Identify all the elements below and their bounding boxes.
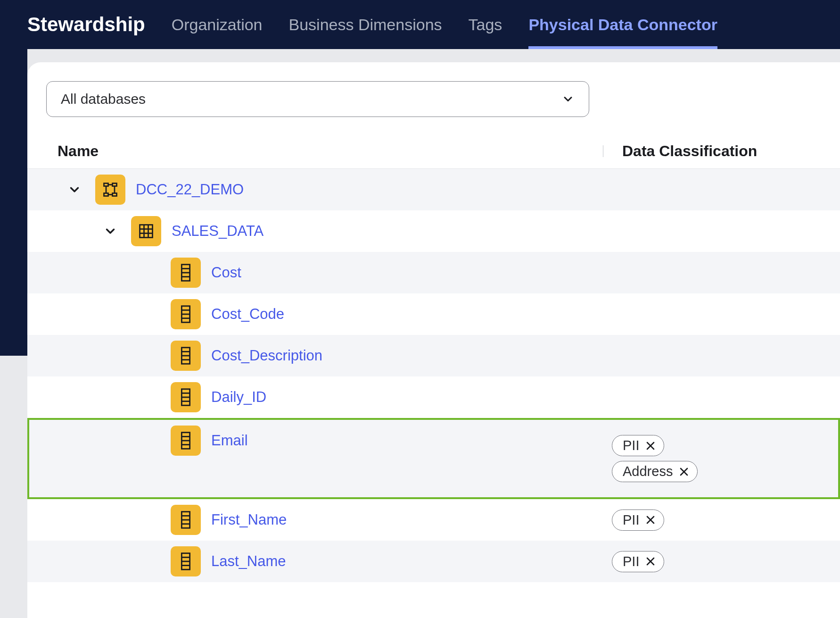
classification-tag: Address [612, 461, 698, 482]
database-filter-wrap: All databases [46, 81, 589, 117]
table-icon [131, 216, 161, 246]
column-icon [171, 426, 201, 456]
grid-header: Name Data Classification [27, 134, 840, 169]
page-title: Stewardship [27, 13, 145, 36]
svg-rect-3 [113, 193, 117, 196]
classification-tag-label: PII [623, 438, 639, 453]
classification-tag-label: PII [623, 554, 639, 569]
classification-tag-label: Address [623, 464, 673, 479]
tree-name-cell: SALES_DATA [27, 216, 603, 246]
classification-tag: PII [612, 435, 664, 456]
column-icon [171, 382, 201, 412]
column-icon [171, 299, 201, 329]
database-filter-select[interactable]: All databases [46, 81, 589, 117]
classification-tag-label: PII [623, 512, 639, 528]
tree-name-cell: Cost [27, 258, 603, 288]
close-icon[interactable] [645, 440, 656, 451]
classification-cell [603, 350, 840, 361]
database-filter-label: All databases [61, 91, 146, 107]
tree-node-label[interactable]: Email [211, 432, 248, 449]
tree-row-table[interactable]: SALES_DATA [27, 210, 840, 252]
left-dark-strip [0, 49, 27, 356]
tree-row-column[interactable]: Last_Name PII [27, 541, 840, 582]
svg-rect-2 [104, 193, 108, 196]
tree-node-label[interactable]: Last_Name [211, 553, 286, 570]
tree-node-label[interactable]: Cost [211, 264, 241, 281]
tree-name-cell: Email [27, 418, 603, 456]
tree-name-cell: Cost_Description [27, 341, 603, 371]
chevron-down-icon [561, 92, 575, 106]
classification-cell [603, 392, 840, 403]
classification-tag: PII [612, 551, 664, 572]
column-header-classification: Data Classification [603, 142, 840, 160]
tree-name-cell: Cost_Code [27, 299, 603, 329]
tree-name-cell: Last_Name [27, 546, 603, 576]
tab-physical-data-connector[interactable]: Physical Data Connector [528, 0, 717, 49]
column-icon [171, 341, 201, 371]
tree-name-cell: DCC_22_DEMO [27, 175, 603, 205]
close-icon[interactable] [678, 466, 690, 477]
classification-cell: PII Address [603, 429, 840, 488]
close-icon[interactable] [645, 514, 656, 526]
classification-cell [603, 267, 840, 278]
tree-node-label[interactable]: Cost_Code [211, 306, 284, 323]
tab-organization[interactable]: Organization [172, 0, 263, 49]
tree-node-label[interactable]: First_Name [211, 511, 287, 528]
classification-cell: PII [603, 504, 840, 536]
close-icon[interactable] [645, 556, 656, 567]
tree-name-cell: First_Name [27, 505, 603, 535]
tab-tags[interactable]: Tags [469, 0, 502, 49]
tree-row-schema[interactable]: DCC_22_DEMO [27, 169, 840, 210]
tree-row-column[interactable]: Daily_ID [27, 376, 840, 418]
svg-rect-1 [113, 184, 117, 186]
main-panel: All databases Name Data Classification [27, 62, 840, 618]
classification-cell [603, 225, 840, 237]
column-icon [171, 505, 201, 535]
classification-tag: PII [612, 509, 664, 531]
tree-node-label[interactable]: DCC_22_DEMO [136, 181, 244, 198]
tab-business-dimensions[interactable]: Business Dimensions [289, 0, 442, 49]
classification-cell [603, 309, 840, 320]
schema-icon [95, 175, 125, 205]
tree-row-column-highlighted[interactable]: Email PII Address [27, 418, 840, 499]
chevron-down-icon[interactable] [100, 224, 121, 238]
column-icon [171, 546, 201, 576]
tree-row-column[interactable]: Cost_Description [27, 335, 840, 376]
tree-node-label[interactable]: SALES_DATA [172, 223, 264, 240]
classification-cell: PII [603, 545, 840, 578]
tree-name-cell: Daily_ID [27, 382, 603, 412]
column-header-name: Name [27, 142, 603, 160]
tree-row-column[interactable]: First_Name PII [27, 499, 840, 541]
svg-rect-8 [140, 225, 153, 238]
topbar: Stewardship Organization Business Dimens… [0, 0, 840, 49]
column-icon [171, 258, 201, 288]
classification-cell [603, 184, 840, 195]
tree-row-column[interactable]: Cost_Code [27, 293, 840, 335]
tree-row-column[interactable]: Cost [27, 252, 840, 293]
tree-node-label[interactable]: Cost_Description [211, 347, 322, 364]
svg-rect-0 [104, 184, 108, 186]
tree-node-label[interactable]: Daily_ID [211, 389, 266, 406]
chevron-down-icon[interactable] [64, 183, 85, 197]
